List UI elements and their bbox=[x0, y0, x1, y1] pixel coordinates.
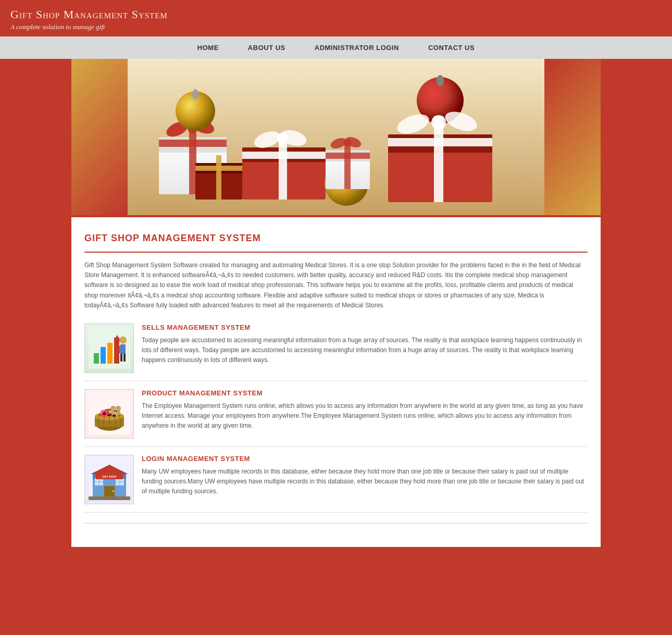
svg-text:GIFT SHOP: GIFT SHOP bbox=[102, 475, 117, 478]
navigation: HOME ABOUT US ADMINISTRATOR LOGIN CONTAC… bbox=[0, 36, 672, 59]
hero-image bbox=[71, 59, 601, 215]
svg-rect-22 bbox=[388, 138, 492, 146]
section-title: GIFT SHOP MANAGEMENT SYSTEM bbox=[84, 233, 588, 244]
svg-point-14 bbox=[277, 133, 289, 144]
feature-sells: SELLS MANAGEMENT SYSTEM Today people are… bbox=[84, 323, 588, 381]
svg-rect-30 bbox=[344, 140, 351, 189]
header: Gift Shop Management System A complete s… bbox=[0, 0, 672, 36]
svg-point-16 bbox=[192, 89, 198, 99]
svg-point-34 bbox=[344, 139, 351, 146]
svg-rect-48 bbox=[120, 354, 122, 362]
svg-rect-11 bbox=[242, 152, 326, 159]
site-title: Gift Shop Management System bbox=[10, 8, 662, 21]
login-content: LOGIN MANAGEMENT SYSTEM Many UW employee… bbox=[142, 455, 588, 497]
nav-link-about[interactable]: ABOUT US bbox=[233, 36, 300, 59]
nav-item-contact[interactable]: CONTACT US bbox=[414, 36, 489, 59]
svg-point-70 bbox=[103, 412, 106, 415]
product-content: PRODUCT MANAGEMENT SYSTEM The Employee M… bbox=[142, 389, 588, 431]
svg-rect-87 bbox=[89, 496, 130, 500]
svg-rect-51 bbox=[116, 340, 118, 345]
site-subtitle: A complete solution to manage gift bbox=[10, 23, 662, 31]
svg-rect-49 bbox=[123, 354, 126, 362]
footer-bar bbox=[71, 547, 601, 573]
nav-item-admin[interactable]: ADMINISTRATOR LOGIN bbox=[300, 36, 414, 59]
nav-item-about[interactable]: ABOUT US bbox=[233, 36, 300, 59]
svg-point-25 bbox=[431, 115, 446, 130]
login-description: Many UW employees have multiple records … bbox=[142, 467, 588, 497]
svg-rect-40 bbox=[94, 353, 99, 364]
svg-rect-31 bbox=[326, 153, 370, 159]
feature-login: GIFT SHOP LOGIN MANAGEMENT SYSTEM Many U… bbox=[84, 455, 588, 513]
svg-rect-41 bbox=[101, 347, 106, 364]
main-content: GIFT SHOP MANAGEMENT SYSTEM Gift Shop Ma… bbox=[71, 215, 601, 547]
login-illustration: GIFT SHOP bbox=[89, 458, 130, 500]
hero-section bbox=[0, 59, 672, 215]
product-description: The Employee Management System runs onli… bbox=[142, 401, 588, 431]
product-title: PRODUCT MANAGEMENT SYSTEM bbox=[142, 389, 588, 397]
nav-link-contact[interactable]: CONTACT US bbox=[414, 36, 489, 59]
svg-point-69 bbox=[116, 410, 117, 412]
svg-rect-42 bbox=[107, 343, 113, 364]
sells-image bbox=[84, 323, 134, 373]
svg-rect-38 bbox=[195, 166, 242, 171]
sells-title: SELLS MANAGEMENT SYSTEM bbox=[142, 323, 588, 331]
svg-point-44 bbox=[119, 337, 127, 344]
svg-rect-47 bbox=[123, 346, 126, 353]
sells-illustration bbox=[89, 327, 130, 369]
svg-rect-46 bbox=[119, 346, 122, 353]
login-image: GIFT SHOP bbox=[84, 455, 134, 504]
nav-item-home[interactable]: HOME bbox=[183, 36, 233, 59]
nav-link-admin[interactable]: ADMINISTRATOR LOGIN bbox=[300, 36, 414, 59]
product-illustration bbox=[89, 393, 130, 434]
svg-point-68 bbox=[114, 410, 115, 412]
feature-product: PRODUCT MANAGEMENT SYSTEM The Employee M… bbox=[84, 389, 588, 447]
svg-point-18 bbox=[437, 75, 444, 86]
hero-illustration bbox=[71, 59, 601, 215]
svg-rect-71 bbox=[107, 414, 111, 416]
sells-content: SELLS MANAGEMENT SYSTEM Today people are… bbox=[142, 323, 588, 366]
nav-list: HOME ABOUT US ADMINISTRATOR LOGIN CONTAC… bbox=[0, 36, 672, 59]
product-image bbox=[84, 389, 134, 439]
svg-rect-72 bbox=[113, 415, 116, 417]
bottom-divider bbox=[84, 523, 588, 524]
nav-link-home[interactable]: HOME bbox=[183, 36, 233, 59]
svg-rect-37 bbox=[216, 155, 221, 200]
sells-description: Today people are accustomed to accessing… bbox=[142, 335, 588, 366]
intro-text: Gift Shop Management System Software cre… bbox=[84, 260, 588, 310]
svg-rect-4 bbox=[159, 140, 227, 147]
login-title: LOGIN MANAGEMENT SYSTEM bbox=[142, 455, 588, 463]
svg-point-78 bbox=[112, 490, 114, 492]
svg-point-67 bbox=[113, 408, 119, 414]
